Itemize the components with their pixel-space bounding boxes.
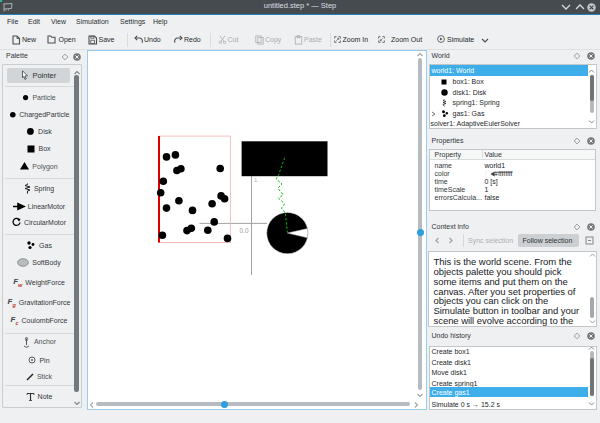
svg-text:1: 1 <box>254 177 258 183</box>
svg-text:0.0: 0.0 <box>240 227 249 234</box>
